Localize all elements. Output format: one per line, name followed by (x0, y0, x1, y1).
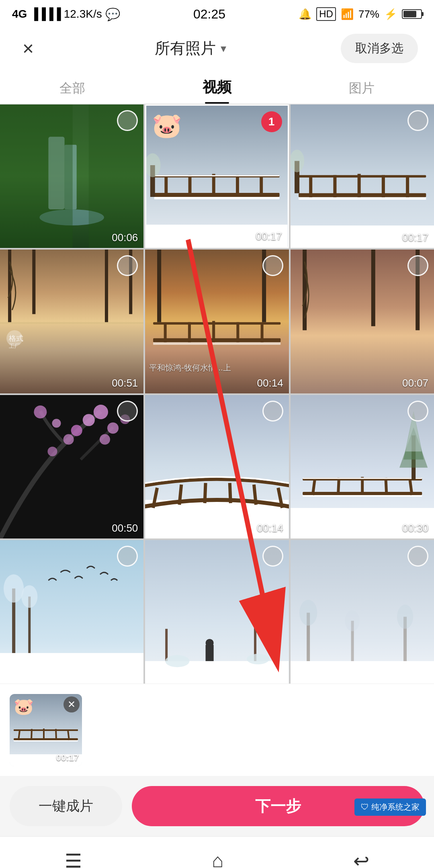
status-bar: 4G ▐▐▐▐ 12.3K/s 💬 02:25 🔔 HD 📶 77% ⚡ (0, 0, 434, 28)
svg-point-92 (4, 574, 24, 602)
album-title: 所有照片 (155, 38, 216, 59)
media-cell-4[interactable]: 平和惊鸿-牧何水情...上 00:14 (145, 250, 289, 393)
watermark-4: 平和惊鸿-牧何水情...上 (149, 362, 231, 373)
preview-strip: 🐷 ✕ 00:17 (0, 684, 434, 776)
chevron-down-icon: ▾ (221, 42, 226, 55)
pig-emoji-1: 🐷 (152, 111, 182, 140)
svg-point-102 (247, 654, 269, 664)
svg-rect-15 (154, 175, 280, 176)
svg-rect-97 (206, 645, 214, 661)
pig-emoji-preview: 🐷 (14, 697, 34, 716)
battery-fill (403, 11, 416, 17)
duration-0: 00:06 (112, 231, 138, 244)
status-right: 🔔 HD 📶 77% ⚡ (299, 7, 422, 21)
battery-percent: 77% (358, 8, 379, 20)
tab-all[interactable]: 全部 (0, 68, 145, 104)
select-circle-6[interactable] (117, 401, 138, 422)
media-cell-6[interactable]: 00:50 (0, 395, 143, 538)
svg-rect-53 (371, 250, 375, 326)
svg-rect-42 (153, 342, 280, 345)
media-cell-1[interactable]: 🐷 1 00:17 (145, 104, 289, 248)
svg-point-63 (52, 419, 61, 428)
duration-3: 00:51 (112, 377, 138, 389)
svg-text:格式: 格式 (8, 334, 23, 342)
hd-label: HD (316, 7, 336, 21)
select-circle-4[interactable] (262, 255, 283, 276)
preview-thumb-0[interactable]: 🐷 ✕ 00:17 (10, 694, 82, 766)
media-cell-9[interactable] (0, 540, 143, 684)
bolt-icon: ⚡ (384, 8, 397, 20)
select-circle-9[interactable] (117, 546, 138, 567)
svg-line-72 (254, 485, 256, 505)
watermark-badge: 🛡 纯净系统之家 (354, 798, 426, 816)
svg-line-82 (410, 479, 412, 495)
svg-rect-99 (166, 629, 168, 661)
close-button[interactable]: × (16, 37, 40, 59)
media-cell-3[interactable]: 格式 工厂 00:51 (0, 250, 143, 393)
tab-video[interactable]: 视频 (145, 68, 289, 104)
duration-7: 00:14 (257, 522, 283, 534)
media-cell-10[interactable] (145, 540, 289, 684)
svg-rect-39 (0, 322, 143, 324)
nav-title-area[interactable]: 所有照片 ▾ (155, 38, 226, 59)
select-circle-0[interactable] (117, 110, 138, 131)
svg-line-78 (313, 479, 315, 495)
svg-rect-115 (14, 740, 78, 741)
signal-text: 4G (12, 8, 27, 20)
svg-line-69 (180, 485, 182, 505)
svg-line-71 (230, 483, 231, 503)
notification-icon: 🔔 (299, 8, 311, 20)
svg-point-59 (83, 414, 95, 426)
wechat-icon: 💬 (105, 7, 120, 21)
select-circle-8[interactable] (407, 401, 428, 422)
watermark-text: 纯净系统之家 (371, 802, 420, 813)
select-circle-2[interactable] (407, 110, 428, 131)
select-circle-7[interactable] (262, 401, 283, 422)
svg-point-94 (21, 585, 37, 608)
svg-rect-27 (299, 175, 426, 178)
svg-rect-48 (153, 322, 280, 325)
media-cell-2[interactable]: 00:17 (291, 104, 434, 248)
svg-rect-49 (157, 250, 161, 322)
tabs-bar: 全部 视频 图片 (0, 68, 434, 104)
svg-point-110 (397, 605, 413, 629)
svg-point-62 (71, 425, 82, 436)
menu-icon[interactable]: ☰ (65, 850, 82, 868)
media-cell-0[interactable]: 00:06 (0, 104, 143, 248)
svg-rect-90 (0, 653, 143, 684)
multi-select-button[interactable]: 取消多选 (341, 34, 418, 63)
svg-rect-33 (32, 250, 35, 314)
select-circle-11[interactable] (407, 546, 428, 567)
back-icon[interactable]: ↩ (353, 850, 369, 868)
watermark-icon: 🛡 (361, 802, 369, 812)
duration-5: 00:07 (402, 377, 428, 389)
svg-line-70 (205, 483, 206, 503)
media-grid: 00:06 (0, 104, 434, 684)
duration-4: 00:14 (257, 377, 283, 389)
selected-badge-1: 1 (261, 111, 282, 132)
svg-point-106 (299, 600, 317, 626)
tab-image[interactable]: 图片 (289, 68, 434, 104)
svg-rect-121 (14, 729, 78, 731)
speed-text: 12.3K/s (64, 8, 102, 20)
svg-point-58 (107, 422, 119, 434)
remove-preview-button[interactable]: ✕ (63, 696, 80, 712)
media-cell-7[interactable]: 00:14 (145, 395, 289, 538)
home-icon[interactable]: ⌂ (212, 850, 223, 868)
svg-rect-77 (303, 495, 422, 497)
media-cell-5[interactable]: 00:07 (291, 250, 434, 393)
duration-1: 00:17 (256, 230, 282, 243)
svg-rect-21 (299, 197, 426, 200)
svg-point-60 (63, 434, 74, 444)
select-circle-10[interactable] (262, 546, 283, 567)
svg-rect-96 (145, 661, 289, 684)
svg-point-57 (34, 405, 47, 418)
svg-point-61 (47, 446, 57, 456)
select-circle-5[interactable] (407, 255, 428, 276)
media-cell-11[interactable] (291, 540, 434, 684)
svg-rect-8 (154, 197, 280, 199)
duration-6: 00:50 (112, 522, 138, 534)
media-grid-wrapper: 00:06 (0, 104, 434, 684)
auto-clip-button[interactable]: 一键成片 (10, 786, 122, 826)
media-cell-8[interactable]: 00:30 (291, 395, 434, 538)
